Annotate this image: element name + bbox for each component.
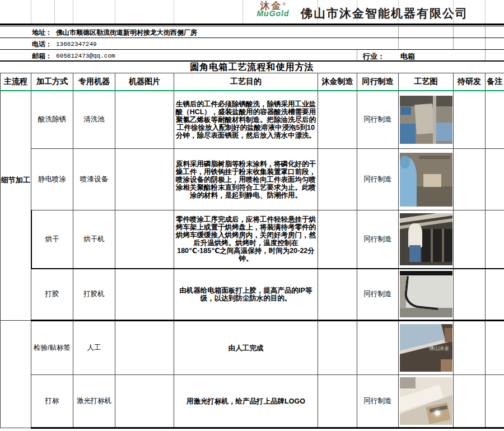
- cell-purpose: 原料采用磷脂树脂等粉末涂料，将磷化好的干燥工件，用铁钩挂于粉末收集装置罩口前段，…: [174, 149, 318, 210]
- cell-mujin-made: [318, 375, 357, 428]
- col-header-note: 备注: [486, 73, 504, 91]
- cell-peer-made: 同行制造: [357, 375, 399, 428]
- cell-machine: 激光打标机: [73, 375, 115, 428]
- cell-machine: 烘干机: [73, 210, 115, 269]
- cell-process-image: [399, 375, 454, 428]
- col-header-main-process: 主流程: [1, 73, 31, 91]
- cell-machine: 人工: [73, 321, 115, 375]
- col-header-machine: 专用机器: [73, 73, 115, 91]
- cell-note: [486, 91, 504, 149]
- cell-rd: [454, 375, 486, 428]
- table-row-acid-wash: 细节加工 酸洗除锈 清洗池 生锈后的工件必须除锈酸洗，除锈采用工业盐酸（HCL）…: [1, 91, 504, 149]
- document-page: 沐金® MuGold 佛山市沐金智能机器有限公司 地址： 佛山市顺德区勒流街道新…: [0, 0, 504, 431]
- cell-machine: 打胶机: [73, 269, 115, 321]
- gridline: [357, 50, 357, 60]
- email-label: 邮箱：: [32, 51, 52, 61]
- cell-peer-made: 同行制造: [357, 91, 399, 149]
- col-header-rd: 待研发: [454, 73, 486, 91]
- email-value: 605812473@qq.com: [56, 53, 115, 59]
- table-row-inspection-labeling: 检验/贴标签 人工 由人工完成 佛山沐金: [1, 321, 504, 375]
- cell-machine-photo: [115, 321, 174, 375]
- cell-main-process: 细节加工: [1, 91, 31, 321]
- cell-purpose: 生锈后的工件必须除锈酸洗，除锈采用工业盐酸（HCL），盛装盐酸用的容器酸洗槽需要…: [174, 91, 318, 149]
- cell-machine-photo: [115, 210, 174, 269]
- cell-process-image: [399, 149, 454, 210]
- industry-value: 电箱: [400, 51, 415, 62]
- cell-process-image: [399, 210, 454, 269]
- phone-value: 13662347249: [56, 41, 97, 48]
- table-row-gluing: 打胶 打胶机 由机器给电箱面板打上胶，提高产品的IP等级，以达到防尘防水的目的。…: [1, 269, 504, 321]
- cell-method: 酸洗除锈: [31, 91, 73, 149]
- cell-note: [486, 210, 504, 269]
- process-photo-powder-spraying: [400, 153, 452, 207]
- cell-rd: [454, 269, 486, 321]
- registered-mark-icon: ®: [283, 2, 286, 7]
- cell-machine-photo: [115, 269, 174, 321]
- cell-purpose: 零件喷涂工序完成后，应将工件轻轻悬挂于烘烤车架上或置于烘烤盘上，将装满待考零件的…: [174, 210, 318, 269]
- gridline: [54, 0, 55, 24]
- cell-peer-made: 同行制造: [357, 210, 399, 269]
- address-value: 佛山市顺德区勒流街道新明村接龙大街西侧厂房: [56, 28, 197, 38]
- cell-machine: 喷漆设备: [73, 149, 115, 210]
- gridline: [485, 0, 486, 24]
- cell-mujin-made: [318, 91, 357, 149]
- col-header-peer-made: 同行制造: [357, 73, 399, 91]
- cell-rd: [454, 210, 486, 269]
- gridline: [453, 26, 454, 38]
- process-photo-acid-wash-tanks: [400, 96, 452, 144]
- gridline: [485, 50, 486, 60]
- cell-method: 烘干: [31, 210, 73, 269]
- col-header-method: 加工方式: [31, 73, 73, 91]
- cell-machine-photo: [115, 149, 174, 210]
- phone-label: 电话：: [32, 40, 52, 49]
- table-row-laser-marking: 打标 激光打标机 用激光打标机，给产品打上品牌LOGO 同行制造: [1, 375, 504, 428]
- cell-machine-photo: [115, 375, 174, 428]
- gridline: [174, 0, 174, 24]
- cell-purpose: 由人工完成: [174, 321, 318, 375]
- cell-method: 检验/贴标签: [31, 321, 73, 375]
- col-header-purpose: 工艺目的: [174, 73, 318, 91]
- gridline: [485, 38, 486, 49]
- process-photo-glue-bead: [400, 271, 452, 317]
- process-table: 主流程 加工方式 专用机器 机器图片 工艺目的 沐金制造 同行制造 工艺图 待研…: [0, 73, 504, 429]
- cell-purpose: 由机器给电箱面板打上胶，提高产品的IP等级，以达到防尘防水的目的。: [174, 269, 318, 321]
- cell-peer-made: 同行制造: [357, 269, 399, 321]
- cell-note: [486, 149, 504, 210]
- cell-main-process-empty: [1, 321, 31, 428]
- gridline: [398, 26, 399, 38]
- address-row: 地址： 佛山市顺德区勒流街道新明村接龙大街西侧厂房: [0, 26, 504, 38]
- photo-watermark: 佛山沐金: [429, 345, 449, 352]
- cell-method: 打胶: [31, 269, 73, 321]
- cell-process-image: 佛山沐金: [399, 321, 454, 375]
- page-title: 圆角电箱工艺流程和使用方法: [190, 62, 314, 72]
- cell-method: 静电喷涂: [31, 149, 73, 210]
- gridline: [453, 38, 454, 49]
- phone-row: 电话： 13662347249: [0, 38, 504, 50]
- cell-purpose: 用激光打标机，给产品打上品牌LOGO: [174, 375, 318, 428]
- cell-machine: 清洗池: [73, 91, 115, 149]
- process-photo-baking-oven: [400, 213, 452, 265]
- gridline: [242, 0, 243, 24]
- cell-note: [486, 269, 504, 321]
- col-header-process-image: 工艺图: [399, 73, 454, 91]
- address-label: 地址：: [32, 28, 52, 38]
- col-header-machine-photo: 机器图片: [115, 73, 174, 91]
- gridline: [31, 0, 31, 24]
- gridline: [73, 0, 73, 24]
- email-row: 邮箱： 605812473@qq.com 行业： 电箱: [0, 50, 504, 62]
- gridline: [485, 26, 486, 38]
- cell-mujin-made: [318, 210, 357, 269]
- logo-band: 沐金® MuGold 佛山市沐金智能机器有限公司: [0, 0, 504, 24]
- cell-peer-made: [357, 321, 399, 375]
- title-row: 圆角电箱工艺流程和使用方法: [0, 62, 504, 73]
- cell-mujin-made: [318, 269, 357, 321]
- cell-peer-made: 同行制造: [357, 149, 399, 210]
- cell-mujin-made: [318, 321, 357, 375]
- cell-process-image: [399, 91, 454, 149]
- cell-note: [486, 375, 504, 428]
- cell-machine-photo: [115, 91, 174, 149]
- cell-rd: [454, 321, 486, 375]
- company-name: 佛山市沐金智能机器有限公司: [301, 6, 468, 21]
- cell-process-image: [399, 269, 454, 321]
- process-photo-laser-marking: [400, 377, 452, 425]
